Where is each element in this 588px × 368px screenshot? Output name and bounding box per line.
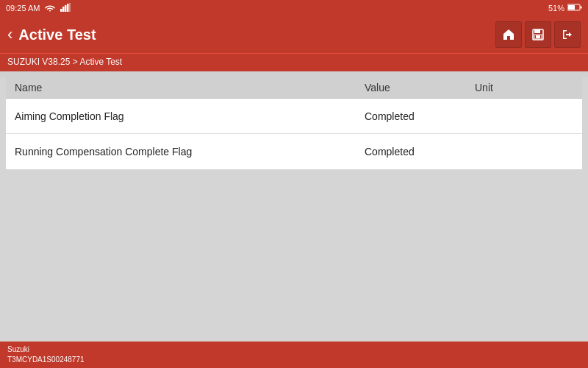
svg-rect-11 [536,35,540,38]
breadcrumb: SUZUKI V38.25 > Active Test [0,53,588,71]
signal-icon [60,3,71,13]
footer-line2: T3MCYDA1S00248771 [7,355,85,365]
footer: Suzuki T3MCYDA1S00248771 [0,342,588,368]
back-button[interactable]: ‹ [7,26,12,43]
home-button[interactable] [495,21,522,48]
row-1-name: Aiming Completion Flag [6,110,359,122]
footer-line1: Suzuki [7,344,85,355]
status-bar-right: 51% [548,4,582,13]
svg-rect-9 [534,29,540,33]
svg-rect-6 [581,7,582,9]
status-bar: 09:25 AM 51% [0,0,588,16]
svg-rect-4 [69,3,71,12]
table-header: Name Value Unit [6,77,582,99]
row-1-value: Completed [359,110,469,122]
header: ‹ Active Test [0,16,588,53]
table-row: Running Compensation Complete Flag Compl… [6,134,582,169]
battery-icon [567,4,582,13]
row-2-name: Running Compensation Complete Flag [6,146,359,158]
header-left: ‹ Active Test [7,26,96,43]
svg-rect-0 [60,9,62,12]
data-table: Name Value Unit Aiming Completion Flag C… [6,77,582,169]
wifi-icon [44,3,56,13]
svg-rect-3 [67,4,69,12]
column-header-name: Name [6,82,359,93]
column-header-unit: Unit [469,82,582,93]
header-icons [495,21,581,48]
time-display: 09:25 AM [6,4,40,13]
row-2-value: Completed [359,146,469,158]
header-title: Active Test [18,26,96,43]
svg-rect-7 [568,5,575,10]
content-area: Name Value Unit Aiming Completion Flag C… [0,77,588,345]
exit-button[interactable] [554,21,581,48]
status-bar-left: 09:25 AM [6,3,71,13]
table-row: Aiming Completion Flag Completed [6,99,582,134]
save-button[interactable] [525,21,551,48]
svg-rect-2 [65,5,67,12]
breadcrumb-text: SUZUKI V38.25 > Active Test [7,57,122,67]
svg-rect-1 [62,7,65,12]
battery-percentage: 51% [548,4,564,13]
footer-text: Suzuki T3MCYDA1S00248771 [7,344,85,365]
column-header-value: Value [359,82,469,93]
